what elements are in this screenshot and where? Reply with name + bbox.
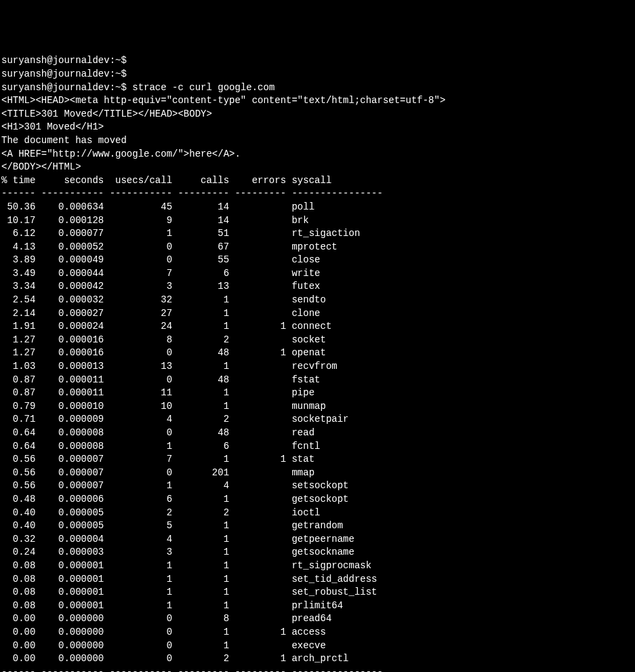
html-output-line-3: <H1>301 Moved</H1> [1, 121, 104, 132]
html-output-line-4: The document has moved [1, 135, 127, 146]
html-output-line-1: <HTML><HEAD><meta http-equiv="content-ty… [1, 95, 445, 106]
prompt-line-3: suryansh@journaldev:~$ strace -c curl go… [1, 82, 274, 93]
terminal-output[interactable]: suryansh@journaldev:~$ suryansh@journald… [1, 54, 634, 672]
table-header: % time seconds usecs/call calls errors s… [1, 175, 331, 186]
prompt-line-1: suryansh@journaldev:~$ [1, 55, 132, 66]
prompt-line-2: suryansh@journaldev:~$ [1, 68, 132, 79]
html-output-line-5: <A HREF="http://www.google.com/">here</A… [1, 149, 241, 159]
syscall-table-body: 50.36 0.000634 45 14 poll 10.17 0.000128… [1, 201, 634, 666]
table-separator-bottom: ------ ----------- ----------- ---------… [1, 667, 383, 672]
html-output-line-2: <TITLE>301 Moved</TITLE></HEAD><BODY> [1, 108, 212, 119]
table-separator-top: ------ ----------- ----------- ---------… [1, 188, 383, 199]
html-output-line-6: </BODY></HTML> [1, 161, 81, 172]
